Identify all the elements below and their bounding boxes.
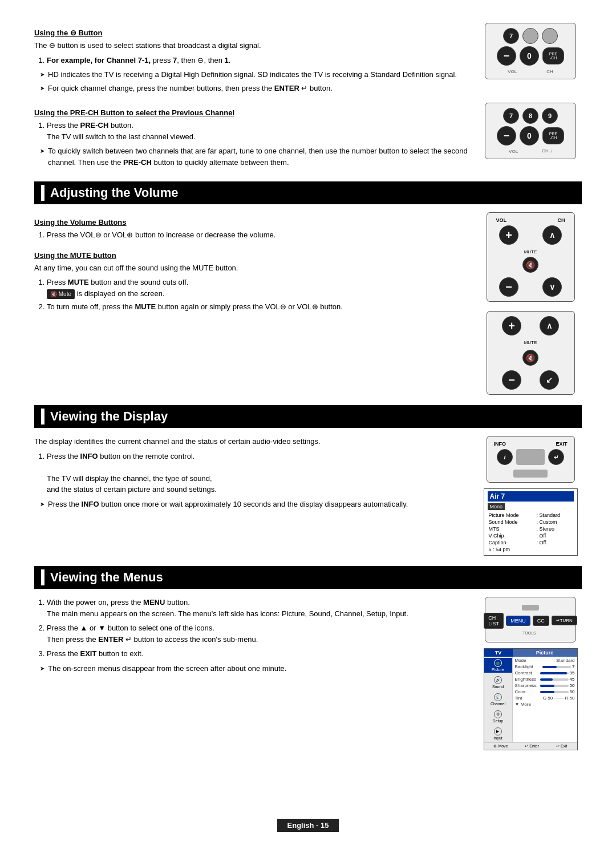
menu-note-1: The on-screen menus disappear from the s…	[40, 663, 468, 674]
info-row-sound-mode-label: Sound Mode	[488, 519, 536, 525]
menu-tv-label: TV	[484, 649, 513, 657]
backlight-label: Backlight	[515, 664, 533, 669]
menu-icon-input: ▶ Input	[493, 726, 502, 741]
label-vol-top: VOL	[508, 69, 517, 74]
remote-numpad-bottom: 7 8 9 − 0 PRE-CH VOL CH ↓	[485, 103, 576, 159]
btn-0-bottom: 0	[520, 126, 539, 145]
minus-button-text: Using the ⊖ Button The ⊖ button is used …	[34, 23, 468, 97]
display-step-1: Press the INFO button on the remote cont…	[47, 451, 468, 495]
color-slider: 50	[540, 689, 575, 694]
mute-button-heading: Using the MUTE button	[34, 251, 468, 260]
volume-buttons-heading: Using the Volume Buttons	[34, 218, 468, 227]
menu-brightness-row: Brightness 45	[515, 677, 575, 682]
menu-picture-icon-label: Picture	[492, 668, 504, 672]
input-icon: ▶	[494, 727, 502, 735]
minus-button-notes: HD indicates the TV is receiving a Digit…	[40, 69, 468, 94]
btn-exit: ↵	[548, 449, 564, 465]
label-vol-remote: VOL	[496, 217, 507, 223]
menu-color-row: Color 50	[515, 689, 575, 694]
viewing-display-text: The display identifies the current chann…	[34, 436, 468, 556]
viewing-menus-section: With the power on, press the MENU button…	[34, 597, 582, 750]
btn-0-top: 0	[520, 46, 539, 66]
volume-images: VOL CH + ∧ MUTE 🔇 − ∨	[479, 212, 582, 395]
channel-bar: Air 7	[488, 491, 574, 502]
channel-icon: 📡	[494, 693, 502, 701]
mute-step-2: To turn mute off, press the MUTE button …	[47, 301, 468, 313]
remote-top-strip	[522, 605, 539, 611]
label-vol-bottom: VOL	[509, 149, 518, 154]
contrast-slider: 95	[540, 670, 575, 676]
viewing-display-label: Viewing the Display	[50, 409, 168, 424]
prech-image: 7 8 9 − 0 PRE-CH VOL CH ↓	[479, 103, 582, 171]
btn-9: 9	[542, 108, 558, 124]
backlight-slider: 7	[542, 664, 574, 669]
page: Using the ⊖ Button The ⊖ button is used …	[0, 0, 616, 849]
sound-icon: 🔊	[494, 676, 502, 684]
prech-heading: Using the PRE-CH Button to select the Pr…	[34, 108, 468, 117]
menu-mode-row: Mode : Standard	[515, 658, 575, 663]
mono-tag: Mono	[488, 503, 505, 510]
menu-sound-icon-label: Sound	[492, 685, 504, 689]
btn-7b: 7	[503, 108, 519, 124]
remote-menu-buttons: CH LIST MENU CC ↵TURN TOOLS	[485, 597, 576, 642]
menus-steps: With the power on, press the MENU button…	[47, 597, 468, 660]
info-row-caption-value: : Off	[535, 539, 573, 546]
volume-buttons-section: Using the Volume Buttons Press the VOL⊖ …	[34, 212, 582, 395]
label-ch-top: CH	[546, 69, 553, 74]
menu-display-preview: TV Picture 📺 Picture 🔊 Sound	[484, 648, 578, 750]
info-row-caption-label: Caption	[488, 539, 536, 546]
minus-note-2: For quick channel change, press the numb…	[40, 83, 468, 94]
tint-value: G 50 ─── R 50	[543, 696, 575, 701]
menu-icon-setup: ⚙ Setup	[493, 709, 503, 724]
btn-nav-area	[516, 449, 545, 465]
viewing-menus-text: With the power on, press the MENU button…	[34, 597, 468, 750]
label-ch-remote: CH	[558, 217, 565, 223]
btn-chlist: CH LIST	[484, 613, 504, 629]
adjusting-volume-label: Adjusting the Volume	[50, 185, 178, 200]
prech-section: Using the PRE-CH Button to select the Pr…	[34, 103, 582, 171]
label-tools: TOOLS	[522, 631, 536, 635]
btn-cc: CC	[533, 616, 549, 626]
mode-value: : Standard	[554, 658, 575, 663]
remote-bottom-strip	[513, 470, 548, 478]
viewing-display-heading: Viewing the Display	[34, 405, 582, 428]
adjusting-volume-heading: Adjusting the Volume	[34, 181, 582, 204]
btn-ch-up: ∧	[542, 225, 562, 245]
btn-9-blank	[542, 28, 558, 44]
mode-label: Mode	[515, 658, 526, 663]
menu-icon-channel: 📡 Channel	[491, 692, 505, 707]
prech-steps: Press the PRE-CH button.The TV will swit…	[47, 120, 468, 142]
info-row-sound-mode-value: : Custom	[535, 519, 573, 525]
minus-button-steps: For example, for Channel 7-1, press 7, t…	[47, 55, 468, 66]
minus-button-image: 7 − 0 PRE-CH VOL CH	[479, 23, 582, 97]
btn-8-blank	[522, 28, 538, 44]
sharpness-label: Sharpness	[515, 683, 537, 688]
viewing-display-section: The display identifies the current chann…	[34, 436, 582, 556]
btn-return: ↵TURN	[552, 616, 577, 625]
info-display-preview: Air 7 Mono Picture Mode: Standard Sound …	[484, 488, 578, 556]
label-mute2: MUTE	[524, 340, 537, 345]
label-exit: EXIT	[556, 441, 567, 447]
picture-icon: 📺	[494, 659, 502, 667]
prech-note-1: To quickly switch between two channels t…	[40, 145, 468, 168]
minus-button-heading: Using the ⊖ Button	[34, 29, 468, 37]
btn-8: 8	[522, 108, 538, 124]
sharpness-value: 50	[570, 683, 575, 688]
label-ch-bottom: CH ↓	[542, 148, 552, 153]
btn-vol-minus2: −	[502, 370, 521, 390]
menu-step-2: Press the ▲ or ▼ button to select one of…	[47, 622, 468, 645]
btn-vol-minus: −	[499, 277, 518, 297]
sharpness-slider: 50	[540, 683, 575, 688]
display-desc: The display identifies the current chann…	[34, 436, 468, 447]
setup-icon: ⚙	[494, 710, 502, 718]
display-steps: Press the INFO button on the remote cont…	[47, 451, 468, 495]
btn-mute2: 🔇	[522, 350, 538, 366]
menu-body: 📺 Picture 🔊 Sound 📡 Channel ⚙	[484, 657, 577, 742]
info-table: Picture Mode: Standard Sound Mode: Custo…	[488, 512, 574, 553]
minus-button-desc: The ⊖ button is used to select stations …	[34, 40, 468, 51]
display-images: INFO EXIT i ↵ Air 7 Mono Picture Mode: S…	[479, 436, 582, 556]
mute-steps: Press MUTE button and the sound cuts off…	[47, 277, 468, 313]
brightness-value: 45	[570, 677, 575, 682]
btn-info: i	[497, 449, 513, 465]
label-info: INFO	[494, 441, 506, 447]
